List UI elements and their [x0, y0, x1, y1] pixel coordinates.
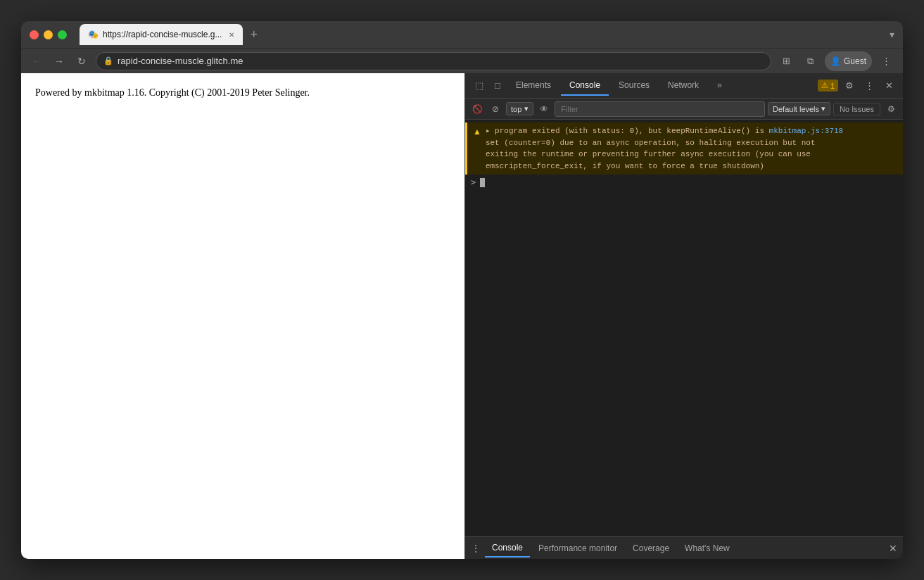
title-bar: 🎭 https://rapid-concise-muscle.g... ✕ + …: [21, 21, 903, 48]
page-text: Powered by mkbitmap 1.16. Copyright (C) …: [35, 87, 450, 99]
console-warning-message: ▲ ▸ program exited (with status: 0), but…: [465, 122, 903, 175]
new-tab-button[interactable]: +: [246, 27, 262, 42]
close-button[interactable]: [30, 30, 39, 39]
default-levels-label: Default levels: [773, 105, 819, 113]
default-levels-arrow: ▾: [821, 104, 825, 113]
filter-input[interactable]: [555, 101, 765, 117]
warning-message-body: ▸ program exited (with status: 0), but k…: [486, 125, 843, 172]
user-label: Guest: [844, 56, 866, 66]
default-levels-selector[interactable]: Default levels ▾: [768, 102, 830, 115]
no-issues-badge: No Issues: [833, 103, 880, 115]
back-button[interactable]: ←: [28, 53, 45, 70]
tab-favicon: 🎭: [88, 30, 99, 39]
eye-icon[interactable]: 👁: [536, 101, 552, 117]
title-bar-dropdown[interactable]: ▾: [890, 29, 894, 40]
bottom-tab-whats-new[interactable]: What's New: [678, 540, 737, 557]
cursor-tool-icon[interactable]: ⬚: [471, 77, 488, 94]
lock-icon: 🔒: [103, 56, 113, 65]
devtools-bottom-tabs: ⋮ Console Performance monitor Coverage W…: [465, 536, 903, 559]
traffic-lights: [30, 30, 67, 39]
warning-line2: set (counter=0) due to an async operatio…: [486, 137, 843, 149]
bottom-drawer-close-button[interactable]: ✕: [889, 543, 897, 554]
reload-button[interactable]: ↻: [73, 53, 90, 70]
console-toolbar: 🚫 ⊘ top ▾ 👁 Default levels ▾ No Issues ⚙: [465, 99, 903, 120]
bottom-tab-console[interactable]: Console: [485, 539, 530, 557]
devtools-more-icon[interactable]: ⋮: [861, 77, 878, 94]
mobile-tool-icon[interactable]: □: [489, 77, 506, 94]
prompt-arrow-icon: >: [471, 177, 476, 187]
tab-close-button[interactable]: ✕: [229, 31, 234, 39]
tab-console[interactable]: Console: [561, 76, 609, 96]
devtools-toolbar-icons: ⚠ 1 ⚙ ⋮ ✕: [818, 77, 897, 94]
warning-badge[interactable]: ⚠ 1: [818, 80, 838, 92]
filter-icon[interactable]: ⊘: [488, 101, 503, 117]
page-content: Powered by mkbitmap 1.16. Copyright (C) …: [21, 73, 464, 559]
warning-triangle-icon: ▲: [473, 127, 481, 137]
tab-elements[interactable]: Elements: [507, 76, 559, 96]
bottom-tab-performance-monitor[interactable]: Performance monitor: [531, 540, 624, 557]
devtools-panel: ⬚ □ Elements Console Sources Network » ⚠…: [464, 73, 903, 559]
bottom-menu-icon[interactable]: ⋮: [471, 543, 481, 554]
settings-icon[interactable]: ⚙: [841, 77, 858, 94]
split-button[interactable]: ⧉: [801, 51, 821, 71]
browser-window: 🎭 https://rapid-concise-muscle.g... ✕ + …: [21, 21, 903, 559]
minimize-button[interactable]: [44, 30, 53, 39]
url-text: rapid-concise-muscle.glitch.me: [118, 56, 243, 66]
tab-title: https://rapid-concise-muscle.g...: [103, 30, 222, 39]
warning-line4: emscripten_force_exit, if you want to fo…: [486, 160, 843, 172]
prompt-cursor: [480, 178, 485, 187]
devtools-toolbar: ⬚ □ Elements Console Sources Network » ⚠…: [465, 73, 903, 99]
address-bar[interactable]: 🔒 rapid-concise-muscle.glitch.me: [96, 52, 771, 70]
tab-bar: 🎭 https://rapid-concise-muscle.g... ✕ +: [80, 24, 884, 45]
warning-line3: exiting the runtime or preventing furthe…: [486, 149, 843, 160]
tab-network[interactable]: Network: [659, 76, 707, 96]
forward-button[interactable]: →: [51, 53, 68, 70]
warning-link[interactable]: mkbitmap.js:3718: [769, 127, 844, 135]
bottom-tab-coverage[interactable]: Coverage: [626, 540, 676, 557]
tab-sources[interactable]: Sources: [610, 76, 658, 96]
console-content: ▲ ▸ program exited (with status: 0), but…: [465, 120, 903, 536]
console-prompt-line: >: [465, 175, 903, 190]
warning-count: 1: [830, 82, 835, 90]
nav-right-buttons: ⊞ ⧉ 👤 Guest ⋮: [777, 51, 896, 71]
active-tab[interactable]: 🎭 https://rapid-concise-muscle.g... ✕: [80, 24, 243, 45]
warning-icon-small: ⚠: [821, 81, 828, 90]
maximize-button[interactable]: [58, 30, 67, 39]
warning-line1: ▸ program exited (with status: 0), but k…: [486, 125, 843, 137]
context-selector[interactable]: top ▾: [506, 102, 533, 115]
more-button[interactable]: ⋮: [876, 51, 896, 71]
context-label: top: [511, 105, 521, 113]
main-area: Powered by mkbitmap 1.16. Copyright (C) …: [21, 73, 903, 559]
devtools-close-button[interactable]: ✕: [880, 77, 897, 94]
context-arrow-icon: ▾: [524, 104, 529, 113]
clear-console-button[interactable]: 🚫: [469, 101, 485, 117]
nav-bar: ← → ↻ 🔒 rapid-concise-muscle.glitch.me ⊞…: [21, 48, 903, 73]
user-account-button[interactable]: 👤 Guest: [825, 51, 872, 71]
user-icon: 👤: [830, 56, 841, 66]
extensions-button[interactable]: ⊞: [777, 51, 797, 71]
console-settings-icon[interactable]: ⚙: [883, 101, 899, 117]
tab-more[interactable]: »: [709, 76, 730, 96]
